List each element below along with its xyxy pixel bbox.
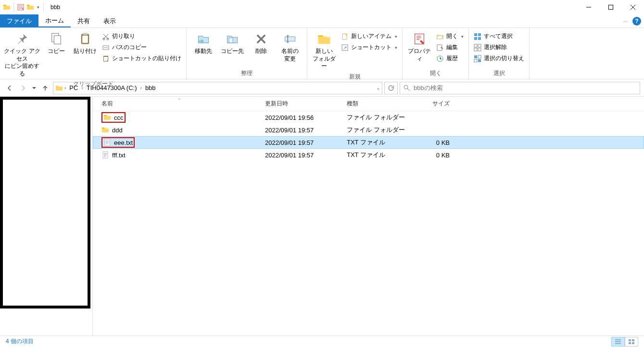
svg-rect-38: [632, 342, 634, 344]
up-button[interactable]: [39, 82, 51, 94]
tab-home[interactable]: ホーム: [38, 14, 71, 27]
navigation-pane: [0, 97, 93, 335]
folder-icon: [101, 126, 109, 134]
svg-rect-30: [474, 59, 477, 62]
refresh-button[interactable]: [384, 82, 398, 94]
chevron-right-icon[interactable]: ›: [64, 85, 66, 90]
new-item-icon: [341, 33, 349, 40]
edit-icon: [436, 44, 444, 51]
svg-rect-21: [478, 33, 481, 36]
minimize-button[interactable]: [578, 0, 600, 14]
app-folder-icon: [3, 3, 11, 11]
cut-button[interactable]: 切り取り: [100, 31, 183, 42]
new-item-button[interactable]: 新しいアイテム▾: [339, 31, 399, 42]
shortcut-icon: [341, 44, 349, 51]
maximize-button[interactable]: [600, 0, 622, 14]
column-header-date[interactable]: 更新日時: [261, 100, 343, 108]
svg-rect-6: [83, 33, 87, 35]
ribbon-group-new: 新しい フォルダー 新しいアイテム▾ ショートカット▾ 新規: [307, 28, 403, 79]
properties-icon: [412, 32, 427, 46]
properties-button[interactable]: プロパティ: [405, 31, 433, 64]
columns-header: 名前⌃ 更新日時 種類 サイズ: [93, 97, 644, 111]
recent-locations-button[interactable]: [31, 82, 38, 94]
new-folder-button[interactable]: 新しい フォルダー: [310, 31, 338, 71]
back-button[interactable]: [4, 82, 15, 94]
table-row[interactable]: eee.txt2022/09/01 19:57TXT ファイル0 KB: [93, 136, 644, 149]
item-date: 2022/09/01 19:56: [261, 114, 343, 121]
item-size: 0 KB: [415, 152, 454, 159]
chevron-right-icon[interactable]: ›: [140, 85, 142, 90]
copy-icon: [49, 32, 63, 46]
address-dropdown-icon[interactable]: ⌄: [376, 85, 380, 90]
item-name: eee.txt: [114, 139, 133, 146]
history-button[interactable]: 履歴: [434, 53, 466, 64]
address-bar[interactable]: › PC › TIH0447300A (C:) › bbb ⌄: [53, 82, 382, 94]
search-box[interactable]: [400, 82, 640, 94]
item-date: 2022/09/01 19:57: [261, 139, 343, 146]
ribbon-group-clipboard: クイック アクセス にピン留めする コピー 貼り付け 切り取り パスのコピー シ…: [0, 28, 187, 79]
move-to-button[interactable]: 移動先: [189, 31, 217, 56]
table-row[interactable]: ddd2022/09/01 19:57ファイル フォルダー: [93, 124, 644, 136]
new-folder-icon: [317, 32, 331, 46]
svg-rect-26: [474, 48, 477, 51]
paste-shortcut-button[interactable]: ショートカットの貼り付け: [100, 53, 183, 64]
title-bar: ▾ bbb: [0, 0, 644, 14]
select-none-button[interactable]: 選択解除: [472, 42, 526, 53]
item-name: ddd: [112, 127, 123, 134]
tab-share[interactable]: 共有: [71, 14, 97, 27]
ribbon-tabs: ファイル ホーム 共有 表示 ︿ ?: [0, 14, 644, 28]
tab-view[interactable]: 表示: [97, 14, 123, 27]
search-icon: [403, 84, 411, 92]
edit-button[interactable]: 編集: [434, 42, 466, 53]
qat-folder-icon[interactable]: [26, 3, 34, 11]
paste-shortcut-icon: [102, 55, 110, 63]
navigation-bar: › PC › TIH0447300A (C:) › bbb ⌄: [0, 79, 644, 97]
rename-button[interactable]: 名前の 変更: [276, 31, 304, 64]
tab-file[interactable]: ファイル: [0, 14, 38, 27]
svg-rect-12: [229, 38, 233, 43]
column-header-size[interactable]: サイズ: [415, 100, 454, 108]
file-list: 名前⌃ 更新日時 種類 サイズ ccc2022/09/01 19:56ファイル …: [93, 97, 644, 335]
copy-path-button[interactable]: パスのコピー: [100, 42, 183, 53]
svg-rect-20: [474, 33, 477, 36]
window-title: bbb: [51, 4, 60, 11]
svg-rect-23: [478, 37, 481, 40]
select-all-button[interactable]: すべて選択: [472, 31, 526, 42]
invert-selection-button[interactable]: 選択の切り替え: [472, 53, 526, 64]
group-label-open: 開く: [405, 68, 466, 79]
breadcrumb-pc[interactable]: PC: [67, 84, 80, 91]
help-icon[interactable]: ?: [632, 17, 641, 26]
search-input[interactable]: [414, 84, 637, 91]
qat-properties-icon[interactable]: [17, 3, 25, 11]
paste-button[interactable]: 貼り付け: [71, 31, 99, 56]
cut-icon: [102, 33, 110, 40]
close-button[interactable]: [622, 0, 644, 14]
open-button[interactable]: 開く▾: [434, 31, 466, 42]
delete-button[interactable]: 削除: [247, 31, 275, 56]
breadcrumb-folder[interactable]: bbb: [143, 84, 158, 91]
status-text: 4 個の項目: [6, 337, 34, 346]
pin-icon: [15, 32, 29, 46]
item-date: 2022/09/01 19:57: [261, 152, 343, 159]
column-header-name[interactable]: 名前⌃: [98, 100, 261, 108]
table-row[interactable]: ccc2022/09/01 19:56ファイル フォルダー: [93, 111, 644, 124]
collapse-ribbon-icon[interactable]: ︿: [623, 17, 629, 25]
column-header-type[interactable]: 種類: [343, 100, 415, 108]
pin-to-quick-access-button[interactable]: クイック アクセス にピン留めする: [3, 31, 41, 78]
details-view-button[interactable]: [611, 337, 625, 347]
redacted-area: [0, 97, 90, 308]
shortcut-button[interactable]: ショートカット▾: [339, 42, 399, 53]
large-icons-view-button[interactable]: [625, 337, 638, 347]
svg-rect-1: [609, 5, 613, 10]
copy-to-button[interactable]: コピー先: [218, 31, 246, 56]
chevron-right-icon[interactable]: ›: [81, 85, 83, 90]
copy-button[interactable]: コピー: [42, 31, 70, 56]
group-label-new: 新規: [310, 71, 399, 82]
svg-rect-24: [474, 44, 477, 47]
invert-selection-icon: [474, 55, 481, 63]
qat-dropdown-icon[interactable]: ▾: [36, 5, 40, 10]
table-row[interactable]: fff.txt2022/09/01 19:57TXT ファイル0 KB: [93, 149, 644, 161]
forward-button[interactable]: [17, 82, 29, 94]
address-folder-icon: [55, 84, 63, 92]
breadcrumb-drive[interactable]: TIH0447300A (C:): [85, 84, 139, 91]
